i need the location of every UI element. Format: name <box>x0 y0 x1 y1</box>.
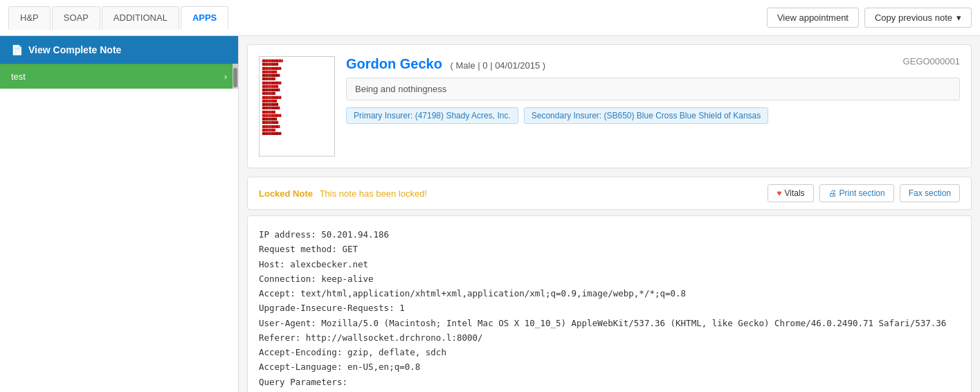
sidebar: 📄 View Complete Note test › <box>0 36 239 392</box>
dropdown-arrow-icon: ▾ <box>956 12 961 23</box>
secondary-insurer-badge: Secondary Insurer: (SB650) Blue Cross Bl… <box>524 107 769 124</box>
content-line: User-Agent: Mozilla/5.0 (Macintosh; Inte… <box>259 316 960 330</box>
fax-section-button[interactable]: Fax section <box>900 184 960 202</box>
vitals-label: Vitals <box>784 188 804 198</box>
arrow-right-icon: › <box>224 71 227 82</box>
content-line: IP address: 50.201.94.186 <box>259 227 960 242</box>
content-line: Query Parameters: <box>259 375 960 389</box>
locked-note-message: Locked Note This note has been locked! <box>259 188 427 199</box>
content-line: Connection: keep-alive <box>259 271 960 286</box>
primary-insurer-badge: Primary Insurer: (47198) Shady Acres, In… <box>346 107 518 124</box>
sidebar-item-test[interactable]: test › <box>0 64 238 89</box>
main-content: ██████████████ ███████████ █████████████… <box>239 36 980 392</box>
tab-hap[interactable]: H&P <box>8 6 51 30</box>
content-line: Upgrade-Insecure-Requests: 1 <box>259 301 960 315</box>
copy-previous-note-label: Copy previous note <box>875 12 952 23</box>
view-appointment-button[interactable]: View appointment <box>767 8 859 28</box>
vitals-button[interactable]: ♥ Vitals <box>768 184 813 202</box>
tab-apps[interactable]: APPS <box>181 6 228 30</box>
patient-id: GEGO000001 <box>903 56 960 66</box>
content-line: Request method: GET <box>259 242 960 256</box>
view-complete-note-label: View Complete Note <box>28 44 121 55</box>
document-icon: 📄 <box>11 44 23 55</box>
content-line: Accept: text/html,application/xhtml+xml,… <box>259 286 960 301</box>
locked-note-label: Locked Note <box>259 188 313 199</box>
locked-note-text: This note has been locked! <box>320 188 427 199</box>
heart-icon: ♥ <box>777 188 781 198</box>
tab-additional[interactable]: ADDITIONAL <box>102 6 179 30</box>
content-line: Accept-Encoding: gzip, deflate, sdch <box>259 345 960 359</box>
content-line: Accept-Language: en-US,en;q=0.8 <box>259 359 960 374</box>
content-body: IP address: 50.201.94.186Request method:… <box>247 215 972 392</box>
fax-section-label: Fax section <box>909 188 951 198</box>
content-line: Host: alexcbecker.net <box>259 257 960 271</box>
chief-complaint: Being and nothingness <box>346 78 960 100</box>
patient-name: Gordon Gecko <box>346 56 442 71</box>
print-section-button[interactable]: 🖨 Print section <box>819 184 894 202</box>
print-section-label: Print section <box>840 188 885 198</box>
copy-previous-note-button[interactable]: Copy previous note ▾ <box>864 8 972 28</box>
view-complete-note-button[interactable]: 📄 View Complete Note <box>0 36 238 64</box>
patient-card: ██████████████ ███████████ █████████████… <box>247 44 972 168</box>
patient-info: Gordon Gecko ( Male | 0 | 04/01/2015 ) G… <box>346 56 960 124</box>
top-nav-right: View appointment Copy previous note ▾ <box>767 8 972 28</box>
locked-note-actions: ♥ Vitals 🖨 Print section Fax section <box>768 184 960 202</box>
insurers: Primary Insurer: (47198) Shady Acres, In… <box>346 107 960 124</box>
sidebar-item-label: test <box>11 71 26 82</box>
locked-note-bar: Locked Note This note has been locked! ♥… <box>247 177 972 210</box>
content-line: Referer: http://wallsocket.drchrono.l:80… <box>259 330 960 345</box>
tab-soap[interactable]: SOAP <box>52 6 100 30</box>
content-line: jwt=eyJhbGciOiAiSFMyNTYiLCAidHlwIjogIkpX… <box>259 389 960 392</box>
printer-icon: 🖨 <box>828 188 837 198</box>
patient-thumbnail: ██████████████ ███████████ █████████████… <box>259 56 335 157</box>
patient-meta: ( Male | 0 | 04/01/2015 ) <box>451 60 546 71</box>
main-nav-tabs: H&P SOAP ADDITIONAL APPS <box>8 6 230 30</box>
